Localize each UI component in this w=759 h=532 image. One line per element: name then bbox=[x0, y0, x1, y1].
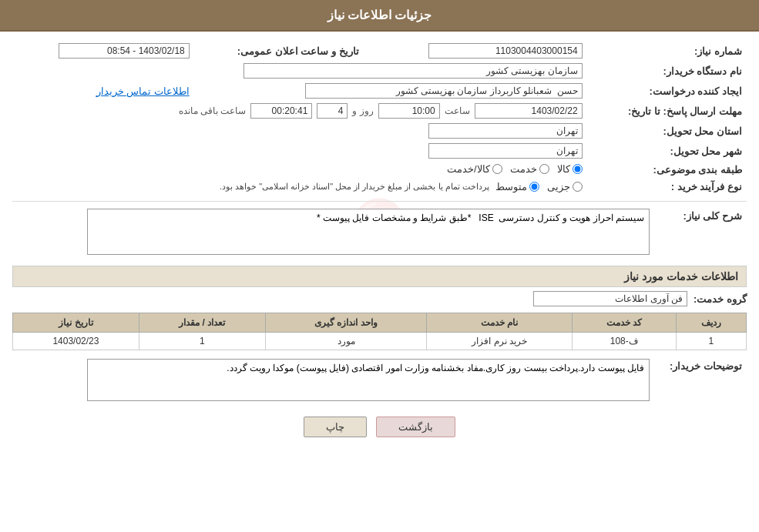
noeFarayand-label: نوع فرآیند خرید : bbox=[587, 179, 747, 195]
sharhKoli-row: شرح کلی نیاز: bbox=[12, 206, 747, 259]
mohlat-date-row: ساعت روز و ساعت باقی مانده bbox=[17, 103, 583, 119]
print-button[interactable]: چاپ bbox=[304, 417, 367, 437]
services-section-title: اطلاعات خدمات مورد نیاز bbox=[624, 270, 738, 283]
sharhKoli-label: شرح کلی نیاز: bbox=[654, 206, 747, 259]
noeFarayand-motavasset-item[interactable]: متوسط bbox=[495, 181, 539, 192]
page-container: جزئیات اطلاعات نیاز 🔴 شماره نیاز: تاریخ … bbox=[0, 0, 759, 532]
tarikheAlan-cell bbox=[12, 41, 194, 61]
etelaatTamas-link[interactable]: اطلاعات تماس خریدار bbox=[96, 85, 190, 97]
mohlat-row: مهلت ارسال پاسخ: تا تاریخ: ساعت روز و سا… bbox=[12, 101, 747, 121]
page-header: جزئیات اطلاعات نیاز bbox=[0, 0, 759, 32]
shomareNiaz-input[interactable] bbox=[428, 43, 583, 59]
tosifat-table: توضیحات خریدار: bbox=[12, 356, 747, 406]
btn-row: چاپ بازگشت bbox=[12, 417, 747, 437]
back-button[interactable]: بازگشت bbox=[376, 417, 455, 437]
separator-1 bbox=[12, 201, 747, 202]
tabaqe-cell: کالا خدمت کالا/خدمت bbox=[12, 161, 587, 179]
namdastgah-cell bbox=[12, 61, 587, 81]
ijadkonande-cell bbox=[194, 81, 587, 101]
shomareNiaz-cell bbox=[375, 41, 587, 61]
mohlat-cell: ساعت روز و ساعت باقی مانده bbox=[12, 101, 587, 121]
noeFarayand-radio-group: جزیی متوسط bbox=[495, 181, 583, 192]
sharhKoli-textarea[interactable] bbox=[87, 209, 650, 255]
etelaatTamas-cell: اطلاعات تماس خریدار bbox=[12, 81, 194, 101]
noeFarayand-jozi-item[interactable]: جزیی bbox=[547, 181, 583, 192]
noeFarayand-motavasset-label: متوسط bbox=[495, 181, 527, 192]
sharhKoli-cell bbox=[12, 206, 654, 259]
namdastgah-row: نام دستگاه خریدار: bbox=[12, 61, 747, 81]
saat-label: ساعت bbox=[445, 105, 470, 116]
namdastgah-input[interactable] bbox=[243, 63, 583, 79]
cell-kodKhedmat: ف-108 bbox=[572, 333, 676, 350]
noeFarayand-row-flex: جزیی متوسط پرداخت تمام یا بخشی از مبلغ خ… bbox=[17, 181, 583, 192]
tabaqe-kalaKhedmat-item[interactable]: کالا/خدمت bbox=[447, 163, 502, 175]
col-vahed: واحد اندازه گیری bbox=[265, 313, 427, 333]
group-khedmat-input[interactable] bbox=[533, 291, 687, 306]
noeFarayand-jozi-radio[interactable] bbox=[573, 182, 583, 192]
content-wrap: شماره نیاز: تاریخ و ساعت اعلان عمومی: نا… bbox=[12, 41, 747, 406]
form-table: شماره نیاز: تاریخ و ساعت اعلان عمومی: نا… bbox=[12, 41, 747, 195]
namdastgah-label: نام دستگاه خریدار: bbox=[587, 61, 747, 81]
tabaqe-row: طبقه بندی موضوعی: کالا خدمت bbox=[12, 161, 747, 179]
mohlat-date-input[interactable] bbox=[475, 103, 583, 119]
noeFarayand-motavasset-radio[interactable] bbox=[529, 182, 539, 192]
tosifat-label: توضیحات خریدار: bbox=[654, 356, 747, 406]
tosifat-cell bbox=[12, 356, 654, 406]
shomareNiaz-row: شماره نیاز: تاریخ و ساعت اعلان عمومی: bbox=[12, 41, 747, 61]
col-tarikh: تاریخ نیاز bbox=[13, 313, 139, 333]
col-kod: کد خدمت bbox=[572, 313, 676, 333]
services-table: ردیف کد خدمت نام خدمت واحد اندازه گیری ت… bbox=[12, 313, 747, 350]
tarikheAlan-input[interactable] bbox=[59, 43, 190, 59]
watermark-container: 🔴 شماره نیاز: تاریخ و ساعت اعلان عمومی: bbox=[12, 41, 747, 406]
group-khedmat-label: گروه خدمت: bbox=[694, 293, 747, 305]
ijadkonande-row: ایجاد کننده درخواست: اطلاعات تماس خریدار bbox=[12, 81, 747, 101]
baghi-mande-label: ساعت باقی مانده bbox=[179, 105, 247, 116]
shahr-input[interactable] bbox=[428, 143, 583, 159]
mohlat-saat-input[interactable] bbox=[378, 103, 440, 119]
cell-radif: 1 bbox=[676, 333, 746, 350]
tarikheAlan-label: تاریخ و ساعت اعلان عمومی: bbox=[194, 41, 364, 61]
rooz-label: روز و bbox=[352, 105, 373, 116]
noeFarayand-cell: جزیی متوسط پرداخت تمام یا بخشی از مبلغ خ… bbox=[12, 179, 587, 195]
mohlat-label: مهلت ارسال پاسخ: تا تاریخ: bbox=[587, 101, 747, 121]
tabaqe-kala-item[interactable]: کالا bbox=[557, 163, 583, 175]
ijadkonande-label: ایجاد کننده درخواست: bbox=[587, 81, 747, 101]
shahr-label: شهر محل تحویل: bbox=[587, 141, 747, 161]
shomareNiaz-label: شماره نیاز: bbox=[587, 41, 747, 61]
cell-namKhedmat: خرید نرم افزار bbox=[427, 333, 573, 350]
noeFarayand-row: نوع فرآیند خرید : جزیی bbox=[12, 179, 747, 195]
sharhKoli-table: شرح کلی نیاز: bbox=[12, 206, 747, 259]
tabaqe-kala-label: کالا bbox=[557, 163, 570, 175]
mohlat-rooz-input[interactable] bbox=[317, 103, 348, 119]
noeFarayand-jozi-label: جزیی bbox=[547, 181, 570, 192]
ostan-row: استان محل تحویل: bbox=[12, 121, 747, 141]
col-name: نام خدمت bbox=[427, 313, 573, 333]
cell-tarikh: 1403/02/23 bbox=[13, 333, 139, 350]
tosifat-textarea[interactable] bbox=[87, 359, 650, 401]
baghi-mande-input[interactable] bbox=[250, 103, 312, 119]
ijadkonande-input[interactable] bbox=[305, 83, 583, 99]
tabaqe-khedmat-label: خدمت bbox=[510, 163, 537, 175]
tosifat-row: توضیحات خریدار: bbox=[12, 356, 747, 406]
shahr-cell bbox=[12, 141, 587, 161]
tabaqe-kala-radio[interactable] bbox=[573, 164, 583, 174]
noeFarayand-note: پرداخت تمام یا بخشی از مبلغ خریدار از مح… bbox=[220, 182, 489, 192]
col-radif: ردیف bbox=[676, 313, 746, 333]
col-tedad: تعداد / مقدار bbox=[139, 313, 265, 333]
tabaqe-label: طبقه بندی موضوعی: bbox=[587, 161, 747, 179]
tabaqe-radio-group: کالا خدمت کالا/خدمت bbox=[447, 163, 583, 175]
services-table-body: 1ف-108خرید نرم افزارمورد11403/02/23 bbox=[13, 333, 747, 350]
table-row: 1ف-108خرید نرم افزارمورد11403/02/23 bbox=[13, 333, 747, 350]
tabaqe-kalaKhedmat-radio[interactable] bbox=[492, 164, 502, 174]
tabaqe-khedmat-radio[interactable] bbox=[539, 164, 549, 174]
cell-vahed: مورد bbox=[265, 333, 427, 350]
group-khedmat-row: گروه خدمت: bbox=[12, 291, 747, 306]
content-area: 🔴 شماره نیاز: تاریخ و ساعت اعلان عمومی: bbox=[0, 32, 759, 453]
tabaqe-khedmat-item[interactable]: خدمت bbox=[510, 163, 549, 175]
ostan-label: استان محل تحویل: bbox=[587, 121, 747, 141]
tabaqe-kalaKhedmat-label: کالا/خدمت bbox=[447, 163, 490, 175]
ostan-input[interactable] bbox=[428, 123, 583, 139]
services-table-head: ردیف کد خدمت نام خدمت واحد اندازه گیری ت… bbox=[13, 313, 747, 333]
page-title: جزئیات اطلاعات نیاز bbox=[327, 8, 432, 22]
ostan-cell bbox=[12, 121, 587, 141]
